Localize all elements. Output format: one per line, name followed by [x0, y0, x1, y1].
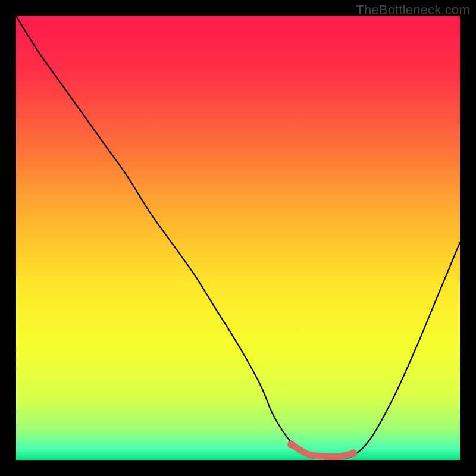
watermark-text: TheBottleneck.com — [356, 2, 470, 18]
optimal-range-start-dot — [287, 440, 295, 448]
plot-area — [16, 16, 460, 460]
optimal-range-end-dot — [349, 449, 357, 457]
optimal-range-marker — [292, 444, 353, 457]
bottleneck-curve — [16, 16, 460, 458]
chart-svg — [16, 16, 460, 460]
